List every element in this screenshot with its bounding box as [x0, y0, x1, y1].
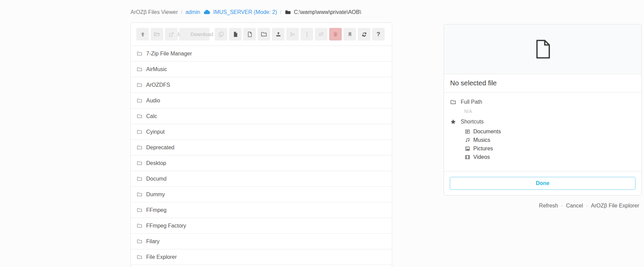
selected-file-title: No selected file [444, 74, 641, 93]
shortcut-videos[interactable]: Videos [465, 153, 635, 161]
shortcut-label: Videos [473, 154, 490, 160]
folder-icon [137, 191, 142, 197]
folder-icon [137, 66, 142, 72]
table-row[interactable]: ArOZDFS [131, 77, 392, 93]
copy-button[interactable] [215, 28, 227, 40]
folder-outline-icon [261, 31, 267, 37]
parent-directory-button[interactable] [136, 28, 149, 40]
upload-icon [275, 31, 281, 37]
breadcrumb-separator: / [181, 9, 182, 16]
shortcuts-row: Shortcuts [450, 118, 635, 125]
table-row[interactable] [131, 265, 392, 267]
new-folder-button[interactable] [258, 28, 270, 40]
file-details: Full Path N/A Shortcuts Documents [444, 93, 641, 171]
scissors-icon [290, 31, 296, 37]
done-button[interactable]: Done [450, 177, 635, 190]
shortcut-pictures[interactable]: Pictures [465, 144, 635, 153]
table-row[interactable]: File Explorer [131, 249, 392, 265]
table-row[interactable]: AirMusic [131, 61, 392, 77]
documents-icon [465, 129, 470, 134]
table-row[interactable]: FFmpeg [131, 202, 392, 218]
upload-button[interactable] [272, 28, 285, 40]
file-name: Cyinput [146, 129, 165, 135]
refresh-button[interactable] [358, 28, 370, 40]
table-row[interactable]: Calc [131, 108, 392, 124]
folder-icon [137, 129, 142, 135]
folder-icon [137, 98, 142, 103]
film-icon [465, 154, 470, 160]
table-row[interactable]: Desktop [131, 155, 392, 171]
open-button[interactable] [151, 28, 163, 40]
file-name: ArOZDFS [146, 82, 170, 88]
file-preview-panel: No selected file Full Path N/A Shortcuts [444, 24, 642, 196]
music-note-icon [465, 137, 470, 143]
folder-icon [137, 113, 142, 119]
bookmark-button[interactable] [343, 28, 356, 40]
table-row[interactable]: Documd [131, 171, 392, 186]
folder-icon [137, 207, 142, 213]
breadcrumb: ArOZβ Files Viewer / admin IMUS_SERVER (… [131, 9, 361, 16]
full-path-label: Full Path [461, 99, 482, 105]
cancel-link[interactable]: Cancel [566, 203, 583, 209]
separator-dot: · [586, 203, 588, 209]
new-file-button[interactable] [243, 28, 256, 40]
shortcut-musics[interactable]: Musics [465, 136, 635, 144]
breadcrumb-server-link[interactable]: IMUS_SERVER (Mode: 2) [213, 9, 277, 16]
breadcrumb-user-link[interactable]: admin [185, 9, 200, 16]
file-name: AirMusic [146, 66, 167, 72]
arrow-up-icon [140, 31, 146, 37]
bookmark-icon [347, 32, 353, 37]
move-button[interactable] [315, 28, 327, 40]
rename-button[interactable] [301, 28, 313, 40]
delete-button[interactable] [329, 28, 342, 40]
file-name: 7-Zip File Manager [146, 51, 192, 57]
paste-button[interactable] [229, 28, 242, 40]
table-row[interactable]: Dummy [131, 186, 392, 202]
i-beam-icon [304, 31, 310, 37]
exchange-arrows-icon [318, 31, 324, 37]
file-name: File Explorer [146, 254, 177, 260]
full-path-value: N/A [464, 109, 635, 114]
file-name: Dummy [146, 191, 165, 198]
folder-open-icon [154, 31, 160, 37]
file-name: Filary [146, 238, 159, 245]
shortcut-label: Pictures [473, 146, 493, 152]
shortcuts-label: Shortcuts [461, 119, 484, 125]
table-row[interactable]: Deprecated [131, 139, 392, 155]
current-path: C:\wamp\www\private\AOB\ [294, 9, 361, 16]
aroz-file-explorer-link[interactable]: ArOZβ File Explorer [591, 203, 639, 209]
folder-icon [137, 176, 142, 182]
app-title: ArOZβ Files Viewer [131, 9, 178, 16]
table-row[interactable]: FFmpeg Factory [131, 218, 392, 233]
folder-icon [137, 160, 142, 166]
folder-icon [137, 238, 142, 244]
table-row[interactable]: Filary [131, 233, 392, 249]
shortcut-documents[interactable]: Documents [465, 127, 635, 136]
file-preview [444, 24, 641, 74]
file-name: FFmpeg [146, 207, 167, 213]
done-section: Done [444, 171, 641, 195]
folder-icon [137, 51, 142, 56]
help-button[interactable]: ? [372, 28, 385, 40]
separator-dot: · [561, 203, 563, 209]
cut-button[interactable] [286, 28, 299, 40]
table-row[interactable]: Audio [131, 93, 392, 108]
copy-icon [218, 31, 224, 37]
breadcrumb-separator: / [280, 9, 281, 16]
refresh-link[interactable]: Refresh [539, 203, 558, 209]
folder-icon [137, 82, 142, 88]
shortcut-label: Documents [473, 129, 501, 135]
table-row[interactable]: Cyinput [131, 124, 392, 139]
table-row[interactable]: 7-Zip File Manager [131, 46, 392, 61]
file-list-panel: Download [131, 22, 392, 267]
shortcut-list: Documents Musics Pictures [465, 127, 635, 161]
file-outline-icon [247, 31, 253, 37]
download-icon [175, 31, 182, 37]
files-viewer-window: ArOZβ Files Viewer / admin IMUS_SERVER (… [0, 0, 644, 267]
star-icon [450, 119, 456, 125]
full-path-row: Full Path [450, 99, 635, 105]
folder-icon [137, 254, 142, 260]
paste-icon [232, 31, 239, 37]
footer-links: Refresh · Cancel · ArOZβ File Explorer [539, 203, 639, 209]
download-button[interactable]: Download [179, 28, 210, 40]
